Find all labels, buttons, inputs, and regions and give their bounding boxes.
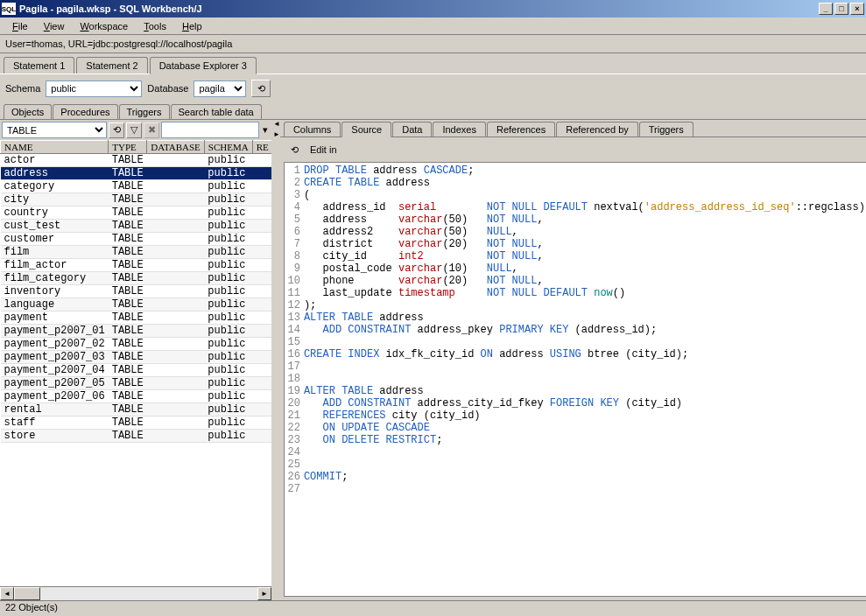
rtab-indexes[interactable]: Indexes [433,122,486,136]
table-row[interactable]: languageTABLEpublic [1,298,272,312]
menu-view[interactable]: View [37,19,72,33]
table-row[interactable]: cust_testTABLEpublic [1,220,272,233]
table-row[interactable]: film_actorTABLEpublic [1,259,272,272]
cell-schema: public [204,220,252,233]
sql-source-editor[interactable]: 1DROP TABLE address CASCADE;2CREATE TABL… [284,162,866,597]
code-content: city_id int2 NOT NULL, [304,250,544,262]
rtab-references[interactable]: References [487,122,555,136]
dropdown-arrow-icon[interactable]: ▾ [261,124,270,136]
object-table[interactable]: NAME TYPE DATABASE SCHEMA RE actorTABLEp… [0,140,271,443]
table-row[interactable]: rentalTABLEpublic [1,403,272,416]
menu-file[interactable]: File [5,19,35,33]
cell-type: TABLE [109,193,147,206]
schema-select[interactable]: public [46,80,142,97]
subtab-procedures[interactable]: Procedures [53,104,117,119]
table-row[interactable]: cityTABLEpublic [1,193,272,206]
table-row[interactable]: payment_p2007_03TABLEpublic [1,351,272,364]
horizontal-scrollbar[interactable]: ◄ ► [0,586,271,600]
cell-name: film [1,246,109,259]
subtab-search[interactable]: Search table data [171,104,262,119]
object-search-input[interactable] [161,122,259,138]
code-content: ); [304,299,316,312]
cell-type: TABLE [109,325,147,338]
cell-database [147,351,205,364]
table-row[interactable]: payment_p2007_01TABLEpublic [1,325,272,338]
cell-type: TABLE [109,364,147,377]
table-row[interactable]: categoryTABLEpublic [1,180,272,193]
table-row[interactable]: storeTABLEpublic [1,430,272,443]
cell-name: customer [1,233,109,246]
rtab-triggers[interactable]: Triggers [639,122,694,136]
cell-schema: public [204,180,252,193]
cell-database [147,272,205,285]
table-row[interactable]: film_categoryTABLEpublic [1,272,272,285]
menu-help[interactable]: Help [175,19,209,33]
tab-database-explorer[interactable]: Database Explorer 3 [150,57,257,74]
reload-objects-button[interactable]: ⟲ [109,122,124,138]
table-row[interactable]: payment_p2007_04TABLEpublic [1,364,272,377]
col-type[interactable]: TYPE [109,141,147,154]
cell-schema: public [204,259,252,272]
table-row[interactable]: customerTABLEpublic [1,233,272,246]
cell-remarks [252,180,271,193]
cell-database [147,430,205,443]
filter-button[interactable]: ▽ [126,122,142,138]
window-titlebar: SQL Pagila - pagila.wksp - SQL Workbench… [0,0,866,18]
rtab-data[interactable]: Data [392,122,432,136]
code-content: ALTER TABLE address [304,385,424,397]
sql-line: 27 [285,483,866,495]
scroll-right-icon[interactable]: ► [257,587,271,600]
table-row[interactable]: staffTABLEpublic [1,416,272,430]
maximize-button[interactable]: □ [834,3,848,15]
table-row[interactable]: payment_p2007_02TABLEpublic [1,338,272,351]
cell-schema: public [204,403,252,416]
cell-type: TABLE [109,298,147,312]
table-row[interactable]: actorTABLEpublic [1,154,272,167]
tab-statement-2[interactable]: Statement 2 [76,57,147,74]
line-number: 20 [285,397,304,410]
cell-remarks [252,193,271,206]
sql-line: 13ALTER TABLE address [285,312,866,324]
cell-name: payment_p2007_05 [1,377,109,390]
table-row[interactable]: filmTABLEpublic [1,246,272,259]
scroll-thumb[interactable] [14,587,40,600]
cell-database [147,246,205,259]
clear-filter-button[interactable]: ✖ [144,122,159,138]
cell-type: TABLE [109,206,147,220]
minimize-button[interactable]: _ [819,3,833,15]
cell-name: payment [1,312,109,325]
table-row[interactable]: payment_p2007_06TABLEpublic [1,390,272,403]
subtab-triggers[interactable]: Triggers [119,104,170,119]
cell-name: payment_p2007_01 [1,325,109,338]
rtab-source[interactable]: Source [341,122,391,137]
table-row[interactable]: payment_p2007_05TABLEpublic [1,377,272,390]
sql-line: 7 district varchar(20) NOT NULL, [285,238,866,250]
scroll-left-icon[interactable]: ◄ [0,587,14,600]
reload-source-button[interactable]: ⟲ [285,141,305,158]
cell-name: cust_test [1,220,109,233]
subtab-objects[interactable]: Objects [4,104,52,120]
col-database[interactable]: DATABASE [147,141,205,154]
col-name[interactable]: NAME [1,141,109,154]
table-row[interactable]: countryTABLEpublic [1,206,272,220]
menu-tools[interactable]: Tools [137,19,173,33]
code-content: address_id serial NOT NULL DEFAULT nextv… [304,201,866,214]
rtab-columns[interactable]: Columns [284,122,341,136]
line-number: 11 [285,287,304,299]
menu-workspace[interactable]: Workspace [73,19,135,33]
cell-schema: public [204,364,252,377]
tab-statement-1[interactable]: Statement 1 [4,57,74,74]
col-remarks[interactable]: RE [252,141,271,154]
col-schema[interactable]: SCHEMA [204,141,252,154]
object-type-filter[interactable]: TABLE [2,122,107,138]
table-row[interactable]: paymentTABLEpublic [1,312,272,325]
close-button[interactable]: × [850,3,864,15]
code-content: DROP TABLE address CASCADE; [304,164,474,177]
database-select[interactable]: pagila [194,80,246,97]
cell-database [147,325,205,338]
pane-splitter[interactable]: ◄ ► [273,120,280,600]
table-row[interactable]: inventoryTABLEpublic [1,285,272,298]
table-row[interactable]: addressTABLEpublic [1,167,272,180]
refresh-button[interactable]: ⟲ [251,80,271,97]
rtab-referenced-by[interactable]: Referenced by [556,122,638,136]
